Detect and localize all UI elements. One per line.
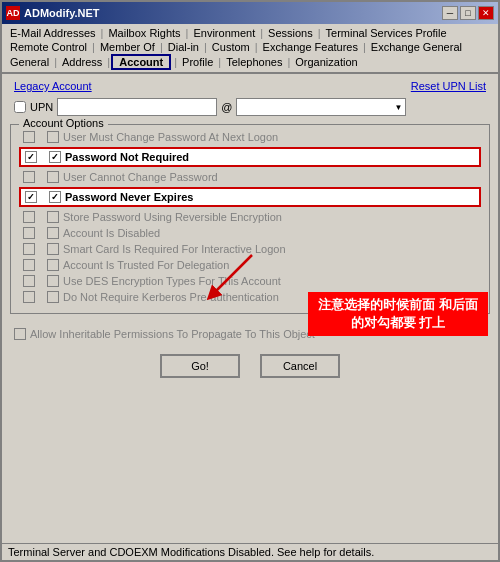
status-bar: Terminal Server and CDOEXM Modifications… — [2, 543, 498, 560]
left-checkbox-uac6[interactable] — [23, 227, 35, 239]
left-checkbox-uac8[interactable] — [23, 259, 35, 271]
menu-email[interactable]: E-Mail Addresses — [6, 26, 100, 40]
menu-telephones[interactable]: Telephones — [222, 55, 286, 69]
left-checkbox-uac9[interactable] — [23, 275, 35, 287]
allow-checkbox[interactable] — [14, 328, 26, 340]
right-checkbox-uac2[interactable]: ✓ — [49, 151, 61, 163]
menu-line-1: E-Mail Addresses | Mailbox Rights | Envi… — [6, 26, 494, 40]
menu-terminal-profile[interactable]: Terminal Services Profile — [322, 26, 451, 40]
menu-member[interactable]: Member Of — [96, 40, 159, 54]
label-uac7: Smart Card Is Required For Interactive L… — [63, 243, 286, 255]
right-checkbox-uac5[interactable] — [47, 211, 59, 223]
menu-line-3: General | Address | Account | Profile | … — [6, 54, 494, 70]
buttons-row: Go! Cancel — [10, 346, 490, 386]
status-text: Terminal Server and CDOEXM Modifications… — [8, 546, 374, 558]
right-checkbox-uac6[interactable] — [47, 227, 59, 239]
checkbox-row-uac1: User Must Change Password At Next Logon — [19, 129, 481, 145]
label-uac6: Account Is Disabled — [63, 227, 160, 239]
app-icon: AD — [6, 6, 20, 20]
menu-address[interactable]: Address — [58, 55, 106, 69]
minimize-button[interactable]: ─ — [442, 6, 458, 20]
right-checkbox-uac9[interactable] — [47, 275, 59, 287]
menu-organization[interactable]: Organization — [291, 55, 361, 69]
right-checkbox-uac1[interactable] — [47, 131, 59, 143]
title-controls[interactable]: ─ □ ✕ — [442, 6, 494, 20]
maximize-button[interactable]: □ — [460, 6, 476, 20]
menu-row-1: E-Mail Addresses | Mailbox Rights | Envi… — [2, 24, 498, 73]
right-checkbox-uac7[interactable] — [47, 243, 59, 255]
menu-dialin[interactable]: Dial-in — [164, 40, 203, 54]
window-title: ADModify.NET — [24, 7, 100, 19]
label-uac8: Account Is Trusted For Delegation — [63, 259, 229, 271]
go-button[interactable]: Go! — [160, 354, 240, 378]
menu-custom[interactable]: Custom — [208, 40, 254, 54]
checkbox-row-uac6: Account Is Disabled — [19, 225, 481, 241]
label-uac4: Password Never Expires — [65, 191, 193, 203]
left-checkbox-uac3[interactable] — [23, 171, 35, 183]
menu-exchange-features[interactable]: Exchange Features — [259, 40, 362, 54]
left-checkbox-uac4[interactable]: ✓ — [25, 191, 37, 203]
checkbox-row-uac5: Store Password Using Reversible Encrypti… — [19, 209, 481, 225]
title-bar-left: AD ADModify.NET — [6, 6, 100, 20]
upn-checkbox[interactable] — [14, 101, 26, 113]
dropdown-arrow-icon: ▼ — [394, 103, 402, 112]
left-checkbox-uac2[interactable]: ✓ — [25, 151, 37, 163]
checkbox-row-uac3: User Cannot Change Password — [19, 169, 481, 185]
upn-input[interactable] — [57, 98, 217, 116]
main-window: AD ADModify.NET ─ □ ✕ E-Mail Addresses |… — [0, 0, 500, 562]
left-checkbox-uac5[interactable] — [23, 211, 35, 223]
right-checkbox-uac4[interactable]: ✓ — [49, 191, 61, 203]
upn-dropdown[interactable]: ▼ — [236, 98, 406, 116]
label-uac10: Do Not Require Kerberos Pre-authenticati… — [63, 291, 279, 303]
at-sign: @ — [221, 101, 232, 113]
menu-remote[interactable]: Remote Control — [6, 40, 91, 54]
annotation-text: 注意选择的时候前面 和后面的对勾都要 打上 — [318, 297, 478, 330]
left-checkbox-uac7[interactable] — [23, 243, 35, 255]
label-uac3: User Cannot Change Password — [63, 171, 218, 183]
right-checkbox-uac3[interactable] — [47, 171, 59, 183]
title-bar: AD ADModify.NET ─ □ ✕ — [2, 2, 498, 24]
cancel-button[interactable]: Cancel — [260, 354, 340, 378]
allow-label: Allow Inheritable Permissions To Propaga… — [30, 328, 315, 340]
close-button[interactable]: ✕ — [478, 6, 494, 20]
checkbox-row-uac9: Use DES Encryption Types For This Accoun… — [19, 273, 481, 289]
right-checkbox-uac8[interactable] — [47, 259, 59, 271]
label-uac9: Use DES Encryption Types For This Accoun… — [63, 275, 281, 287]
reset-upn-link[interactable]: Reset UPN List — [411, 80, 486, 92]
checkbox-row-uac4: ✓ ✓ Password Never Expires — [19, 187, 481, 207]
tab-account[interactable]: Account — [111, 54, 171, 70]
annotation-overlay: 注意选择的时候前面 和后面的对勾都要 打上 — [308, 292, 488, 336]
upn-row: UPN @ ▼ — [10, 98, 490, 116]
menu-line-2: Remote Control | Member Of | Dial-in | C… — [6, 40, 494, 54]
account-options-group: Account Options User Must Change Passwor… — [10, 124, 490, 314]
checkbox-row-uac2: ✓ ✓ Password Not Required — [19, 147, 481, 167]
menu-exchange-general[interactable]: Exchange General — [367, 40, 466, 54]
menu-mailbox[interactable]: Mailbox Rights — [104, 26, 184, 40]
upn-label: UPN — [30, 101, 53, 113]
label-uac5: Store Password Using Reversible Encrypti… — [63, 211, 282, 223]
legacy-account-link[interactable]: Legacy Account — [14, 80, 92, 92]
left-checkbox-uac10[interactable] — [23, 291, 35, 303]
menu-general[interactable]: General — [6, 55, 53, 69]
menu-sessions[interactable]: Sessions — [264, 26, 317, 40]
menu-environment[interactable]: Environment — [189, 26, 259, 40]
checkbox-row-uac7: Smart Card Is Required For Interactive L… — [19, 241, 481, 257]
label-uac2: Password Not Required — [65, 151, 189, 163]
label-uac1: User Must Change Password At Next Logon — [63, 131, 278, 143]
checkbox-row-uac8: Account Is Trusted For Delegation — [19, 257, 481, 273]
menu-profile[interactable]: Profile — [178, 55, 217, 69]
group-box-title: Account Options — [19, 117, 108, 129]
right-checkbox-uac10[interactable] — [47, 291, 59, 303]
left-checkbox-uac1[interactable] — [23, 131, 35, 143]
legacy-row: Legacy Account Reset UPN List — [10, 80, 490, 92]
